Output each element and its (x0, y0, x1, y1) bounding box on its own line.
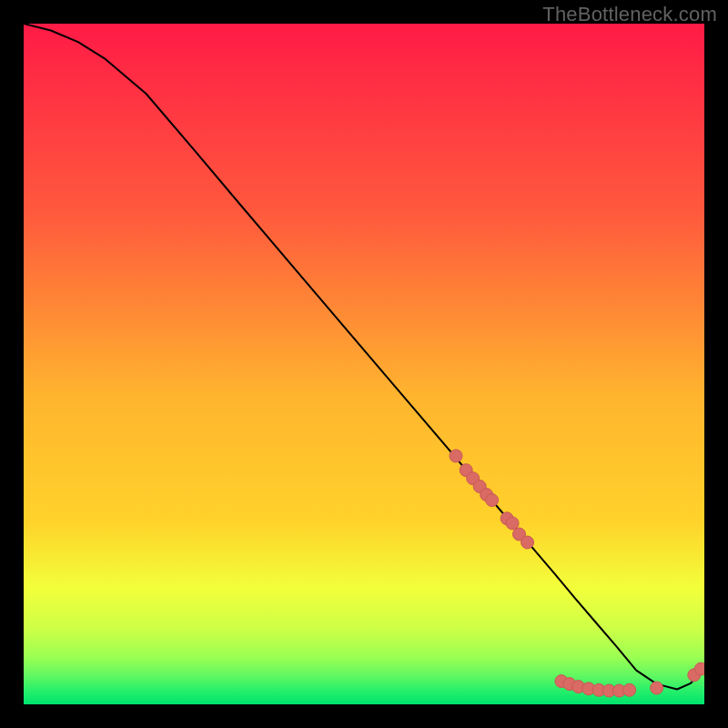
data-marker (694, 662, 704, 675)
gradient-background (24, 24, 704, 704)
data-marker (486, 494, 499, 507)
data-marker (450, 450, 462, 462)
data-marker (623, 683, 636, 696)
data-marker (521, 536, 534, 549)
data-marker (506, 517, 519, 530)
data-marker (651, 682, 663, 694)
chart-container: TheBottleneck.com (0, 0, 728, 728)
bottleneck-plot (24, 24, 704, 704)
plot-area (24, 24, 704, 704)
